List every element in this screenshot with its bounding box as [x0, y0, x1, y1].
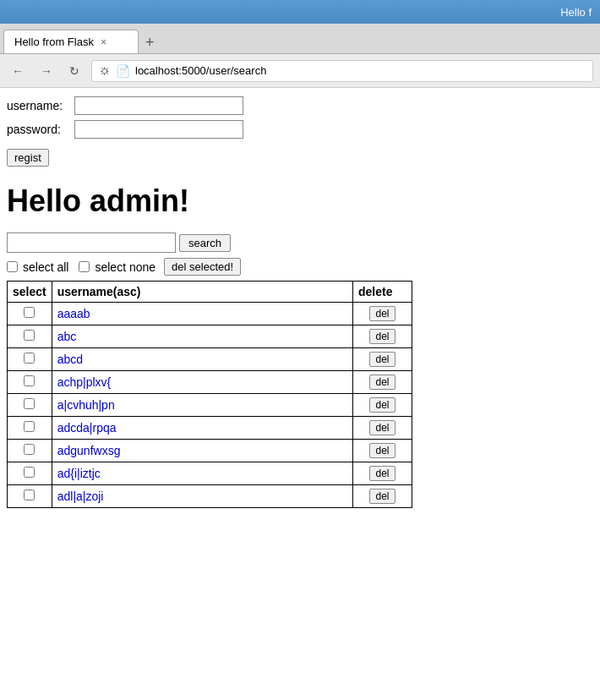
delete-cell: del [353, 371, 412, 394]
row-checkbox[interactable] [24, 330, 35, 341]
select-cell [8, 417, 52, 440]
username-cell: adgunfwxsg [52, 440, 352, 462]
select-all-checkbox[interactable] [7, 261, 18, 272]
browser-tabs: Hello from Flask × + [0, 24, 600, 54]
address-bar: ← → ↻ ⛭ 📄 localhost:5000/user/search [0, 54, 600, 88]
table-row: abcdel [8, 325, 412, 348]
username-row: username: [7, 96, 593, 115]
select-cell [8, 440, 52, 462]
delete-cell: del [353, 325, 412, 348]
hello-heading: Hello admin! [7, 183, 593, 219]
username-cell: abcd [52, 348, 352, 371]
reload-button[interactable]: ↻ [64, 61, 85, 81]
username-cell: aaaab [52, 303, 352, 325]
username-input[interactable] [74, 96, 243, 115]
active-tab[interactable]: Hello from Flask × [3, 30, 139, 53]
browser-titlebar: Hello f [0, 0, 600, 24]
col-header-username: username(asc) [52, 282, 352, 303]
username-link[interactable]: a|cvhuh|pn [57, 398, 115, 412]
password-label: password: [7, 123, 74, 136]
select-cell [8, 325, 52, 348]
shield-icon: ⛭ [99, 64, 111, 78]
select-none-checkbox[interactable] [79, 261, 90, 272]
user-table: select username(asc) delete aaaabdelabcd… [7, 281, 412, 508]
table-row: adgunfwxsgdel [8, 440, 412, 462]
select-cell [8, 371, 52, 394]
select-cell [8, 485, 52, 508]
tab-title: Hello from Flask [14, 36, 94, 48]
select-all-label: select all [23, 260, 68, 274]
select-cell [8, 394, 52, 417]
del-button[interactable]: del [369, 443, 395, 458]
address-box[interactable]: ⛭ 📄 localhost:5000/user/search [91, 60, 593, 82]
row-checkbox[interactable] [24, 421, 35, 432]
new-tab-button[interactable]: + [139, 31, 161, 53]
username-link[interactable]: abc [57, 330, 77, 343]
search-input[interactable] [7, 232, 176, 253]
row-checkbox[interactable] [24, 398, 35, 409]
username-cell: adl|a|zoji [52, 485, 352, 508]
table-row: abcddel [8, 348, 412, 371]
table-row: achp|plxv{del [8, 371, 412, 394]
tab-close-button[interactable]: × [101, 36, 106, 48]
search-row: search [7, 232, 593, 253]
username-link[interactable]: abcd [57, 353, 83, 366]
username-label: username: [7, 99, 74, 112]
username-link[interactable]: adcda|rpqa [57, 421, 117, 435]
row-checkbox[interactable] [24, 375, 35, 386]
delete-cell: del [353, 303, 412, 325]
row-checkbox[interactable] [24, 307, 35, 318]
table-row: adl|a|zojidel [8, 485, 412, 508]
titlebar-text: Hello f [560, 6, 592, 19]
checkbox-row: select all select none del selected! [7, 258, 593, 276]
page-content: username: password: regist Hello admin! … [0, 88, 600, 517]
username-cell: adcda|rpqa [52, 417, 352, 440]
table-header-row: select username(asc) delete [8, 282, 412, 303]
username-link[interactable]: ad{i|iztjc [57, 467, 101, 480]
col-header-select: select [8, 282, 52, 303]
select-cell [8, 303, 52, 325]
table-row: ad{i|iztjcdel [8, 462, 412, 485]
select-cell [8, 462, 52, 485]
username-link[interactable]: aaaab [57, 307, 90, 320]
row-checkbox[interactable] [24, 353, 35, 364]
del-button[interactable]: del [369, 420, 395, 435]
username-cell: a|cvhuh|pn [52, 394, 352, 417]
delete-cell: del [353, 394, 412, 417]
del-button[interactable]: del [369, 329, 395, 344]
del-button[interactable]: del [369, 489, 395, 504]
forward-button[interactable]: → [35, 61, 57, 81]
username-cell: abc [52, 325, 352, 348]
address-text: localhost:5000/user/search [135, 64, 266, 77]
select-cell [8, 348, 52, 371]
delete-cell: del [353, 485, 412, 508]
select-none-label: select none [95, 260, 155, 274]
row-checkbox[interactable] [24, 467, 35, 478]
row-checkbox[interactable] [24, 489, 35, 500]
delete-cell: del [353, 440, 412, 462]
table-row: a|cvhuh|pndel [8, 394, 412, 417]
col-header-delete: delete [353, 282, 412, 303]
username-link[interactable]: adl|a|zoji [57, 489, 104, 503]
password-input[interactable] [74, 120, 243, 139]
back-button[interactable]: ← [7, 61, 29, 81]
del-button[interactable]: del [369, 352, 395, 367]
password-row: password: [7, 120, 593, 139]
username-cell: ad{i|iztjc [52, 462, 352, 485]
username-link[interactable]: achp|plxv{ [57, 375, 112, 389]
delete-cell: del [353, 348, 412, 371]
table-row: adcda|rpqadel [8, 417, 412, 440]
del-button[interactable]: del [369, 397, 395, 413]
del-button[interactable]: del [369, 306, 395, 321]
username-link[interactable]: adgunfwxsg [57, 444, 121, 457]
delete-cell: del [353, 462, 412, 485]
del-selected-button[interactable]: del selected! [164, 258, 241, 276]
row-checkbox[interactable] [24, 444, 35, 455]
search-button[interactable]: search [179, 234, 231, 252]
table-row: aaaabdel [8, 303, 412, 325]
username-cell: achp|plxv{ [52, 371, 352, 394]
regist-button[interactable]: regist [7, 149, 49, 167]
del-button[interactable]: del [369, 375, 395, 390]
del-button[interactable]: del [369, 466, 395, 481]
page-icon: 📄 [116, 64, 130, 78]
